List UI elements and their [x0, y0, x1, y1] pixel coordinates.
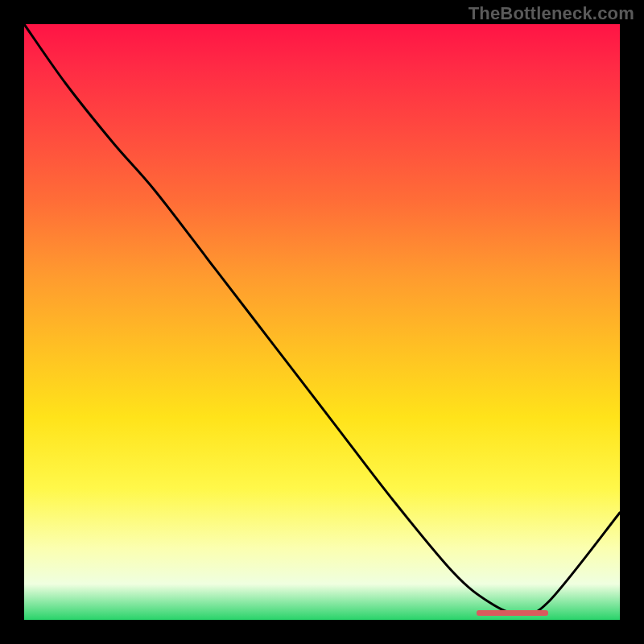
attribution-text: TheBottleneck.com	[469, 3, 634, 24]
bottleneck-curve	[24, 24, 620, 620]
chart-container: TheBottleneck.com	[0, 0, 644, 644]
optimal-range-marker	[477, 610, 548, 616]
plot-area	[24, 24, 620, 620]
